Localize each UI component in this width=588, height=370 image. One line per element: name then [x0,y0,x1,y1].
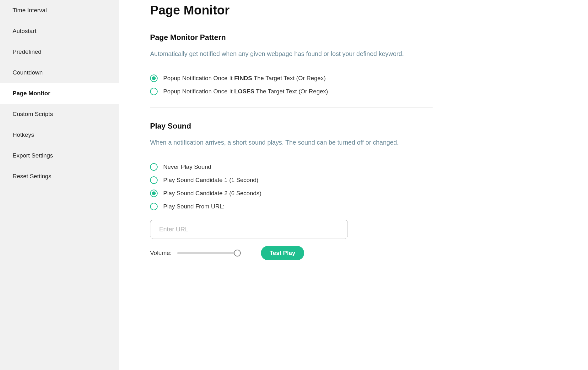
volume-row: Volume: Test Play [150,246,433,260]
sound-option-never[interactable]: Never Play Sound [150,163,433,171]
sidebar-item-countdown[interactable]: Countdown [0,62,119,83]
slider-thumb[interactable] [234,250,241,257]
radio-label: Play Sound From URL: [163,203,224,210]
radio-icon[interactable] [150,190,158,197]
section-divider [150,107,433,108]
page-title: Page Monitor [150,3,433,17]
radio-label: Play Sound Candidate 1 (1 Second) [163,177,258,184]
pattern-option-loses[interactable]: Popup Notification Once It LOSES The Tar… [150,88,433,95]
radio-icon[interactable] [150,176,158,184]
radio-icon[interactable] [150,163,158,171]
radio-icon[interactable] [150,75,158,82]
sidebar-item-autostart[interactable]: Autostart [0,21,119,41]
pattern-option-finds[interactable]: Popup Notification Once It FINDS The Tar… [150,75,433,82]
sidebar-item-page-monitor[interactable]: Page Monitor [0,83,119,104]
sidebar-item-export-settings[interactable]: Export Settings [0,145,119,166]
pattern-section-description: Automatically get notified when any give… [150,49,433,59]
sound-section: Play Sound When a notification arrives, … [150,122,433,260]
sidebar-item-predefined[interactable]: Predefined [0,41,119,62]
radio-label: Popup Notification Once It FINDS The Tar… [163,75,326,82]
radio-icon[interactable] [150,203,158,210]
slider-track [177,252,240,254]
sound-option-from-url[interactable]: Play Sound From URL: [150,203,433,210]
test-play-button[interactable]: Test Play [261,246,304,260]
sound-option-candidate-1[interactable]: Play Sound Candidate 1 (1 Second) [150,176,433,184]
radio-label: Play Sound Candidate 2 (6 Seconds) [163,190,262,197]
sound-option-candidate-2[interactable]: Play Sound Candidate 2 (6 Seconds) [150,190,433,197]
pattern-section: Page Monitor Pattern Automatically get n… [150,33,433,95]
pattern-section-title: Page Monitor Pattern [150,33,433,42]
radio-label: Popup Notification Once It LOSES The Tar… [163,88,328,95]
main-content: Page Monitor Page Monitor Pattern Automa… [119,0,464,370]
volume-label: Volume: [150,250,172,257]
radio-icon[interactable] [150,88,158,95]
radio-label: Never Play Sound [163,163,211,170]
sidebar-item-custom-scripts[interactable]: Custom Scripts [0,104,119,124]
sidebar-item-reset-settings[interactable]: Reset Settings [0,166,119,187]
sidebar-item-time-interval[interactable]: Time Interval [0,0,119,21]
volume-slider[interactable] [177,250,240,256]
sound-section-description: When a notification arrives, a short sou… [150,137,433,147]
sidebar: Time Interval Autostart Predefined Count… [0,0,119,370]
sidebar-item-hotkeys[interactable]: Hotkeys [0,124,119,145]
sound-section-title: Play Sound [150,122,433,130]
sound-url-input[interactable] [150,220,348,239]
